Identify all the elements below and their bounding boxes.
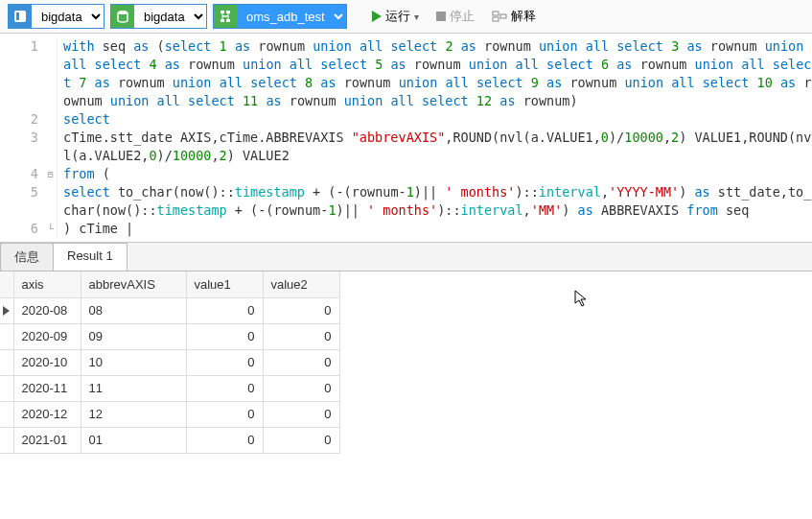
line-number: 2 [0, 110, 38, 129]
row-pointer-cell [0, 375, 13, 401]
svg-rect-0 [14, 11, 26, 22]
schema-combo[interactable]: oms_adb_test [213, 4, 347, 29]
table-cell[interactable]: 12 [81, 401, 186, 427]
line-number: 6 [0, 220, 38, 238]
table-row[interactable]: 2020-101000 [0, 349, 339, 375]
svg-rect-1 [16, 12, 19, 20]
fold-marker[interactable]: └ [44, 220, 57, 238]
table-cell[interactable]: 2020-09 [13, 323, 81, 349]
code-area[interactable]: with seq as (select 1 as rownum union al… [58, 37, 812, 238]
server-icon [9, 5, 32, 28]
line-number: 3 [0, 129, 38, 165]
code-line[interactable]: select [63, 110, 812, 129]
results-table[interactable]: axisabbrevAXISvalue1value2 2020-08080020… [0, 271, 340, 454]
table-row[interactable]: 2021-010100 [0, 427, 339, 453]
play-icon [372, 11, 382, 22]
schema-icon [214, 5, 237, 28]
table-cell[interactable]: 0 [186, 401, 263, 427]
fold-gutter[interactable]: ⊟└ [44, 37, 58, 238]
svg-rect-6 [226, 19, 230, 22]
stop-icon [436, 12, 446, 21]
tab-info[interactable]: 信息 [0, 243, 54, 271]
table-row[interactable]: 2020-111100 [0, 375, 339, 401]
table-cell[interactable]: 0 [263, 323, 339, 349]
line-number: 5 [0, 183, 38, 220]
table-cell[interactable]: 0 [263, 401, 339, 427]
table-cell[interactable]: 0 [186, 427, 263, 453]
table-row[interactable]: 2020-080800 [0, 297, 339, 323]
table-cell[interactable]: 09 [81, 323, 186, 349]
column-header[interactable]: abbrevAXIS [81, 271, 186, 297]
table-cell[interactable]: 2020-08 [13, 297, 81, 323]
explain-icon [492, 9, 507, 24]
run-button[interactable]: 运行 ▾ [366, 6, 425, 27]
table-cell[interactable]: 0 [263, 375, 339, 401]
table-row[interactable]: 2020-090900 [0, 323, 339, 349]
database-combo[interactable]: bigdata [110, 4, 207, 29]
svg-rect-8 [493, 17, 499, 21]
column-header[interactable]: axis [13, 271, 81, 297]
table-cell[interactable]: 0 [263, 297, 339, 323]
stop-label: 停止 [450, 8, 475, 25]
column-header[interactable]: value2 [263, 271, 339, 297]
row-pointer-cell [0, 349, 13, 375]
svg-point-2 [118, 11, 128, 14]
svg-rect-4 [226, 11, 230, 13]
sql-editor[interactable]: 123456 ⊟└ with seq as (select 1 as rownu… [0, 34, 812, 243]
code-line[interactable]: with seq as (select 1 as rownum union al… [63, 37, 812, 110]
fold-marker[interactable] [44, 183, 57, 220]
fold-marker[interactable] [44, 37, 57, 110]
explain-button[interactable]: 解释 [486, 6, 542, 27]
table-cell[interactable]: 0 [263, 349, 339, 375]
row-pointer-cell [0, 323, 13, 349]
column-header[interactable]: value1 [186, 271, 263, 297]
table-cell[interactable]: 0 [186, 349, 263, 375]
row-pointer-header [0, 271, 13, 297]
schema-select[interactable]: oms_adb_test [237, 5, 346, 28]
svg-rect-3 [220, 11, 224, 13]
fold-marker[interactable] [44, 129, 57, 165]
svg-rect-5 [220, 19, 224, 22]
code-line[interactable]: select to_char(now()::timestamp + (-(row… [63, 183, 812, 220]
table-cell[interactable]: 2020-12 [13, 401, 81, 427]
table-cell[interactable]: 10 [81, 349, 186, 375]
code-line[interactable]: cTime.stt_date AXIS,cTime.ABBREVAXIS "ab… [63, 129, 812, 165]
current-row-icon [3, 306, 10, 316]
fold-marker[interactable] [44, 110, 57, 129]
table-cell[interactable]: 0 [263, 427, 339, 453]
run-label: 运行 [385, 8, 410, 25]
table-cell[interactable]: 2020-10 [13, 349, 81, 375]
table-cell[interactable]: 0 [186, 375, 263, 401]
line-number: 1 [0, 37, 38, 110]
explain-label: 解释 [511, 8, 536, 25]
line-gutter: 123456 [0, 37, 44, 238]
row-pointer-cell [0, 427, 13, 453]
table-row[interactable]: 2020-121200 [0, 401, 339, 427]
tab-result1[interactable]: Result 1 [53, 243, 128, 271]
table-cell[interactable]: 0 [186, 323, 263, 349]
result-tabs: 信息 Result 1 [0, 243, 812, 271]
mouse-cursor [573, 289, 592, 308]
row-pointer-cell [0, 401, 13, 427]
server-select[interactable]: bigdata [32, 5, 104, 28]
code-line[interactable]: ) cTime | [63, 220, 812, 238]
line-number: 4 [0, 165, 38, 183]
database-select[interactable]: bigdata [134, 5, 206, 28]
server-combo[interactable]: bigdata [8, 4, 104, 29]
table-cell[interactable]: 08 [81, 297, 186, 323]
stop-button: 停止 [430, 6, 480, 27]
code-line[interactable]: from ( [63, 165, 812, 183]
row-pointer-cell [0, 297, 13, 323]
fold-marker[interactable]: ⊟ [44, 165, 57, 183]
table-cell[interactable]: 01 [81, 427, 186, 453]
table-cell[interactable]: 11 [81, 375, 186, 401]
table-cell[interactable]: 2020-11 [13, 375, 81, 401]
chevron-down-icon: ▾ [414, 12, 419, 22]
svg-rect-9 [500, 14, 506, 18]
database-icon [111, 5, 134, 28]
toolbar: bigdata bigdata oms_adb_test 运行 ▾ 停止 解释 [0, 0, 812, 34]
table-cell[interactable]: 0 [186, 297, 263, 323]
table-cell[interactable]: 2021-01 [13, 427, 81, 453]
svg-rect-7 [493, 12, 499, 15]
